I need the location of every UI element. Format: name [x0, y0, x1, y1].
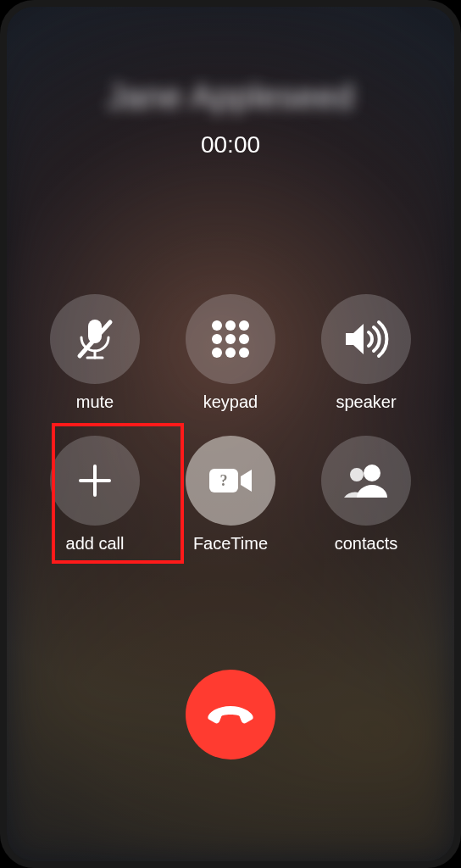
svg-point-8	[225, 334, 236, 344]
speaker-button[interactable]: speaker	[321, 294, 411, 412]
mute-circle	[50, 294, 140, 384]
facetime-circle: ?	[186, 436, 275, 526]
content: Jane Appleseed 00:00	[7, 7, 454, 861]
call-duration: 00:00	[201, 131, 260, 159]
svg-point-12	[239, 348, 249, 358]
svg-point-5	[225, 320, 236, 331]
call-actions-grid: mute keypad	[31, 294, 430, 554]
contacts-circle	[321, 436, 411, 526]
contacts-icon	[342, 462, 391, 499]
keypad-icon	[208, 317, 253, 361]
end-call-button[interactable]	[186, 670, 275, 760]
add-call-button[interactable]: add call	[50, 436, 140, 554]
add-call-circle	[50, 436, 140, 526]
video-icon: ?	[207, 465, 254, 497]
speaker-label: speaker	[336, 392, 396, 412]
end-call-circle	[186, 670, 275, 760]
svg-point-18	[350, 468, 364, 481]
mute-label: mute	[76, 392, 114, 412]
speaker-circle	[321, 294, 411, 384]
contacts-button[interactable]: contacts	[321, 436, 411, 554]
caller-name: Jane Appleseed	[107, 78, 354, 116]
call-screen: Jane Appleseed 00:00	[0, 0, 461, 868]
keypad-button[interactable]: keypad	[186, 294, 275, 412]
svg-point-9	[239, 334, 249, 344]
add-call-label: add call	[66, 534, 125, 554]
svg-point-6	[239, 320, 249, 331]
svg-point-4	[212, 320, 222, 331]
keypad-label: keypad	[203, 392, 258, 412]
plus-icon	[75, 461, 114, 500]
keypad-circle	[186, 294, 275, 384]
svg-point-17	[364, 465, 380, 481]
facetime-label: FaceTime	[193, 534, 268, 554]
svg-point-10	[212, 348, 222, 358]
speaker-icon	[342, 320, 390, 359]
contacts-label: contacts	[335, 534, 397, 554]
svg-text:?: ?	[220, 472, 228, 489]
mute-button[interactable]: mute	[50, 294, 140, 412]
facetime-button[interactable]: ? FaceTime	[186, 436, 275, 554]
mic-off-icon	[74, 315, 116, 363]
phone-hangup-icon	[206, 704, 255, 725]
svg-point-7	[212, 334, 222, 344]
svg-point-11	[225, 348, 236, 358]
